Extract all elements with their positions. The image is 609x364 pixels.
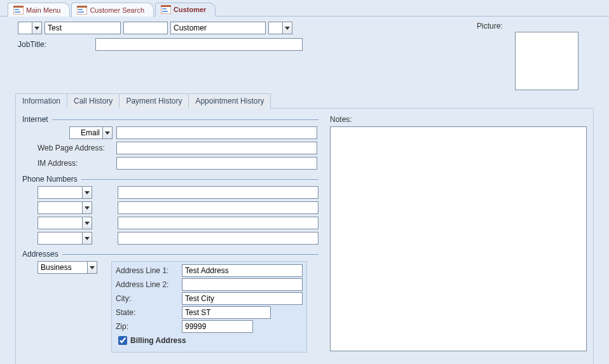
information-page: Internet Web Page A xyxy=(15,109,594,364)
divider xyxy=(62,254,318,255)
address-line2-input[interactable] xyxy=(182,278,303,291)
group-internet-label: Internet xyxy=(22,115,48,124)
billing-address-label: Billing Address xyxy=(130,336,186,345)
svg-rect-2 xyxy=(15,9,19,10)
address-fields-panel: Address Line 1: Address Line 2: City: St… xyxy=(111,261,307,353)
subtab-label: Call History xyxy=(74,97,113,105)
phone-type-input[interactable] xyxy=(38,186,82,199)
svg-rect-6 xyxy=(78,9,83,10)
phone-type-combo-1[interactable] xyxy=(38,186,92,199)
last-name-input[interactable] xyxy=(170,22,266,34)
subtab-label: Payment History xyxy=(126,97,182,105)
state-input[interactable] xyxy=(182,306,271,319)
subtab-label: Appointment History xyxy=(195,97,264,105)
document-tab-main-menu[interactable]: Main Menu xyxy=(8,3,70,17)
notes-label: Notes: xyxy=(330,115,352,124)
phone-type-input[interactable] xyxy=(38,201,82,214)
job-title-label: JobTitle: xyxy=(18,40,93,49)
email-input[interactable] xyxy=(116,126,317,139)
tab-appointment-history[interactable]: Appointment History xyxy=(189,93,271,109)
chevron-down-icon[interactable] xyxy=(82,232,92,245)
phone-type-input[interactable] xyxy=(38,232,82,245)
phone-number-input-3[interactable] xyxy=(118,217,318,229)
chevron-down-icon[interactable] xyxy=(282,22,292,34)
phone-number-input-2[interactable] xyxy=(118,201,318,214)
phone-type-combo-3[interactable] xyxy=(38,217,92,229)
svg-rect-11 xyxy=(162,11,168,12)
document-tab-label: Customer xyxy=(174,6,206,13)
zip-label: Zip: xyxy=(116,322,179,331)
group-internet: Internet Web Page A xyxy=(22,115,318,170)
prefix-combo[interactable] xyxy=(18,22,42,34)
chevron-down-icon[interactable] xyxy=(87,261,97,274)
email-type-input[interactable] xyxy=(69,126,102,139)
group-addresses: Addresses Address Line 1: Address Line 2… xyxy=(22,250,318,353)
picture-label: Picture: xyxy=(477,22,503,30)
group-phone-label: Phone Numbers xyxy=(22,175,78,184)
document-tab-label: Main Menu xyxy=(26,6,60,14)
svg-rect-1 xyxy=(13,6,24,8)
chevron-down-icon[interactable] xyxy=(82,186,92,199)
phone-type-input[interactable] xyxy=(38,217,82,229)
web-address-label: Web Page Address: xyxy=(38,144,113,152)
divider xyxy=(81,179,318,180)
chevron-down-icon[interactable] xyxy=(82,217,92,229)
job-title-input[interactable] xyxy=(95,38,303,51)
phone-number-input-4[interactable] xyxy=(118,232,318,245)
address-type-input[interactable] xyxy=(38,261,87,274)
subtab-label: Information xyxy=(22,97,60,105)
email-type-combo[interactable] xyxy=(69,126,113,139)
address-type-combo[interactable] xyxy=(38,261,97,274)
svg-rect-3 xyxy=(15,11,20,13)
document-tab-label: Customer Search xyxy=(90,6,144,14)
svg-rect-10 xyxy=(162,8,167,10)
zip-input[interactable] xyxy=(182,320,253,333)
web-address-input[interactable] xyxy=(116,142,317,154)
suffix-input[interactable] xyxy=(268,22,282,34)
im-address-input[interactable] xyxy=(116,157,317,170)
tab-information[interactable]: Information xyxy=(15,93,67,109)
divider xyxy=(52,119,318,120)
chevron-down-icon[interactable] xyxy=(102,126,113,139)
chevron-down-icon[interactable] xyxy=(82,201,92,214)
notes-textarea[interactable] xyxy=(330,126,587,351)
city-input[interactable] xyxy=(182,292,303,305)
form-icon xyxy=(77,6,87,15)
tab-call-history[interactable]: Call History xyxy=(67,93,120,109)
subtab-bar: Information Call History Payment History… xyxy=(15,93,594,109)
first-name-input[interactable] xyxy=(44,22,121,34)
svg-rect-9 xyxy=(161,5,171,7)
billing-address-checkbox[interactable] xyxy=(118,336,127,345)
form-icon xyxy=(161,5,171,14)
svg-rect-7 xyxy=(78,11,84,13)
document-tab-customer[interactable]: Customer xyxy=(155,3,216,17)
document-tab-bar: Main Menu Customer Search Customer xyxy=(0,0,609,17)
phone-type-combo-2[interactable] xyxy=(38,201,92,214)
address-line1-input[interactable] xyxy=(182,264,303,277)
group-addresses-label: Addresses xyxy=(22,250,58,259)
address-line1-label: Address Line 1: xyxy=(116,266,179,275)
im-address-label: IM Address: xyxy=(38,159,113,168)
tab-payment-history[interactable]: Payment History xyxy=(120,93,189,109)
state-label: State: xyxy=(116,308,179,317)
document-tab-customer-search[interactable]: Customer Search xyxy=(71,3,154,17)
group-phone-numbers: Phone Numbers xyxy=(22,175,318,245)
picture-placeholder[interactable] xyxy=(515,32,578,90)
middle-name-input[interactable] xyxy=(123,22,168,34)
phone-number-input-1[interactable] xyxy=(118,186,318,199)
city-label: City: xyxy=(116,294,179,303)
prefix-input[interactable] xyxy=(18,22,32,34)
chevron-down-icon[interactable] xyxy=(32,22,42,34)
form-icon xyxy=(13,6,24,15)
phone-type-combo-4[interactable] xyxy=(38,232,92,245)
suffix-combo[interactable] xyxy=(268,22,292,34)
header-area: JobTitle: Picture: xyxy=(0,17,609,93)
svg-rect-5 xyxy=(77,6,87,8)
address-line2-label: Address Line 2: xyxy=(116,280,179,289)
